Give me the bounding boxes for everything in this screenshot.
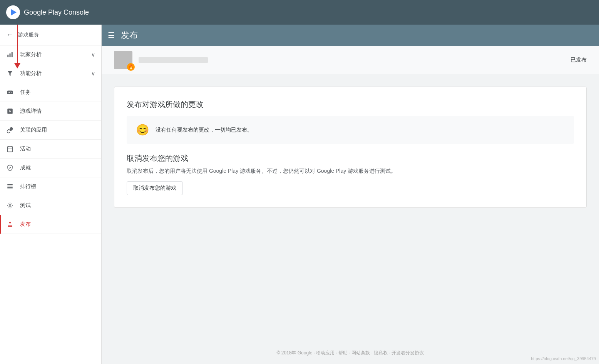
sidebar-item-publish[interactable]: 发布 [0,215,101,234]
sidebar-label-achievements: 成就 [20,164,31,171]
sidebar-back-item[interactable]: ← 游戏服务 [0,25,101,45]
app-title: Google Play Console [24,8,89,17]
svg-rect-16 [7,187,13,188]
smiley-icon: 😊 [136,124,149,136]
sidebar-label-player-analysis: 玩家分析 [20,51,42,58]
empty-state-text: 没有任何要发布的更改，一切均已发布。 [156,127,253,134]
empty-state-box: 😊 没有任何要发布的更改，一切均已发布。 [127,116,574,144]
sidebar-item-game-detail[interactable]: 游戏详情 [0,102,101,121]
cancel-publish-section: 取消发布您的游戏 取消发布后，您的用户将无法使用 Google Play 游戏服… [127,153,574,195]
app-logo: Google Play Console [6,5,89,19]
svg-rect-10 [7,147,13,152]
list-icon [6,183,14,190]
watermark: https://blog.csdn.net/qq_39954479 [531,356,596,361]
main-content: 发布对游戏所做的更改 😊 没有任何要发布的更改，一切均已发布。 取消发布您的游戏… [102,74,599,342]
chevron-icon: ∨ [91,70,95,77]
sidebar: ← 游戏服务 玩家分析 ∨ 功能分析 ∨ 任务 [0,25,102,364]
fire-emoji: 🔥 [128,64,134,70]
hamburger-icon[interactable]: ☰ [108,31,115,40]
game-avatar-badge: 🔥 [127,63,135,71]
sidebar-item-testing[interactable]: 测试 [0,196,101,215]
sidebar-label-testing: 测试 [20,202,31,209]
sidebar-label-publish: 发布 [20,221,31,228]
svg-rect-3 [7,91,13,94]
back-arrow-icon: ← [6,31,13,39]
svg-rect-0 [7,55,8,57]
sidebar-label-game-detail: 游戏详情 [20,108,42,115]
cancel-publish-title: 取消发布您的游戏 [127,153,574,164]
cancel-publish-button[interactable]: 取消发布您的游戏 [127,181,183,195]
shield-icon [6,164,14,172]
sidebar-item-leaderboard[interactable]: 排行榜 [0,177,101,196]
play-triangle [11,9,17,15]
sidebar-back-label: 游戏服务 [18,32,39,38]
calendar-icon [6,145,14,153]
svg-rect-2 [12,52,13,57]
logo-icon [6,5,20,19]
page-footer: © 2018年 Google · 移动应用 · 帮助 · 网站条款 · 隐私权 … [102,342,599,364]
content-area: ☰ 发布 🔥 已发布 发布对游戏所做的更改 😊 没有任何要发布的更改，一切均已发… [102,25,599,364]
page-title: 发布 [121,30,138,41]
sidebar-item-tasks[interactable]: 任务 [0,83,101,102]
chevron-icon: ∨ [91,52,95,58]
sidebar-item-achievements[interactable]: 成就 [0,159,101,177]
sidebar-label-tasks: 任务 [20,89,31,96]
published-status: 已发布 [571,57,587,63]
main-layout: ← 游戏服务 玩家分析 ∨ 功能分析 ∨ 任务 [0,25,599,364]
svg-rect-17 [7,189,13,189]
svg-rect-14 [7,184,13,185]
footer-text: © 2018年 Google · 移动应用 · 帮助 · 网站条款 · 隐私权 … [277,350,424,356]
sidebar-item-activities[interactable]: 活动 [0,140,101,159]
gear-icon [6,202,14,209]
sidebar-label-feature-analysis: 功能分析 [20,70,42,77]
game-header: 🔥 已发布 [102,46,599,74]
sidebar-label-activities: 活动 [20,145,31,152]
chart-icon [6,51,14,58]
link-icon [6,126,14,134]
gamepad-icon [6,88,14,96]
svg-point-6 [11,92,12,92]
publish-changes-card: 发布对游戏所做的更改 😊 没有任何要发布的更改，一切均已发布。 取消发布您的游戏… [114,87,587,208]
sidebar-label-leaderboard: 排行榜 [20,183,36,190]
svg-point-7 [11,92,12,93]
sidebar-item-player-analysis[interactable]: 玩家分析 ∨ [0,45,101,64]
funnel-icon [6,70,14,77]
svg-rect-15 [7,186,13,187]
svg-point-18 [9,205,11,207]
sidebar-item-linked-apps[interactable]: 关联的应用 [0,121,101,140]
game-name [139,57,208,63]
svg-rect-1 [10,53,11,57]
sidebar-label-linked-apps: 关联的应用 [20,127,47,134]
game-avatar: 🔥 [114,51,132,69]
section-header: ☰ 发布 [102,25,599,46]
play-icon [6,107,14,115]
top-bar: Google Play Console [0,0,599,25]
publish-changes-title: 发布对游戏所做的更改 [127,99,574,110]
upload-icon [6,220,14,228]
cancel-publish-desc: 取消发布后，您的用户将无法使用 Google Play 游戏服务。不过，您仍然可… [127,167,574,175]
